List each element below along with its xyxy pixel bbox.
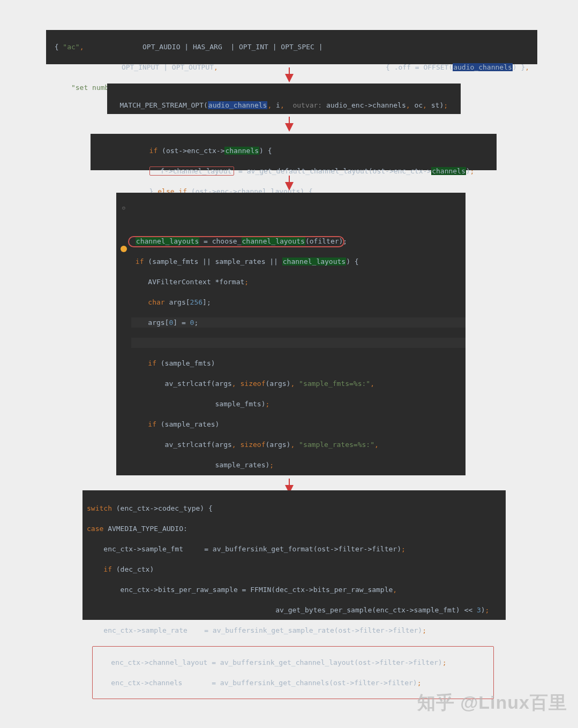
line: args[0] = 0; (131, 317, 466, 328)
line: enc_ctx->sample_fmt = av_buffersink_get_… (87, 544, 506, 554)
line: switch (enc_ctx->codec_type) { (87, 503, 506, 513)
line: if (ost->enc_ctx->channels) { (91, 146, 497, 156)
line: channel_layouts = choose_channel_layouts… (131, 236, 466, 246)
watermark: 知乎 @Linux百里 (417, 691, 567, 715)
code-block-2: MATCH_PER_STREAM_OPT(audio_channels, i, … (107, 84, 461, 114)
line: sample_rates); (131, 460, 466, 470)
line: av_strlcatf(args, sizeof(args), "sample_… (131, 378, 466, 389)
line (131, 338, 466, 348)
line: { "ac", OPT_AUDIO | HAS_ARG | OPT_INT | … (46, 42, 537, 52)
arrow-icon (0, 171, 578, 194)
code-block-4: ⊖ channel_layouts = choose_channel_layou… (116, 193, 466, 475)
line: case AVMEDIA_TYPE_AUDIO: (87, 524, 506, 534)
line: enc_ctx->channel_layout = av_buffersink_… (94, 657, 492, 668)
line: if (dec_ctx) (87, 564, 506, 574)
code-block-5: switch (enc_ctx->codec_type) { case AVME… (82, 490, 506, 620)
line: av_get_bytes_per_sample(enc_ctx->sample_… (87, 605, 506, 615)
intention-bulb-icon[interactable] (121, 246, 127, 252)
line: if (sample_fmts) (131, 358, 466, 368)
line: AVFilterContext *format; (131, 277, 466, 287)
line: if (sample_fmts || sample_rates || chann… (131, 256, 466, 267)
line: MATCH_PER_STREAM_OPT(audio_channels, i, … (107, 100, 461, 110)
collapse-icon[interactable]: ⊖ (122, 203, 126, 213)
line: enc_ctx->sample_rate = av_buffersink_get… (87, 625, 506, 635)
code-block-3: if (ost->enc_ctx->channels) { f->channel… (91, 134, 497, 170)
sel-audio-channels: audio_channels (208, 101, 268, 109)
line: av_strlcatf(args, sizeof(args), "sample_… (131, 439, 466, 450)
arrow-icon (0, 112, 578, 135)
gutter: ⊖ (116, 193, 131, 475)
line: if (sample_rates) (131, 419, 466, 429)
code-block-1: { "ac", OPT_AUDIO | HAS_ARG | OPT_INT | … (46, 30, 537, 64)
line: sample_fmts); (131, 399, 466, 409)
line: enc_ctx->channels = av_buffersink_get_ch… (94, 678, 492, 688)
arrow-icon (0, 63, 578, 86)
line: char args[256]; (131, 297, 466, 307)
line: enc_ctx->bits_per_raw_sample = FFMIN(dec… (87, 585, 506, 595)
